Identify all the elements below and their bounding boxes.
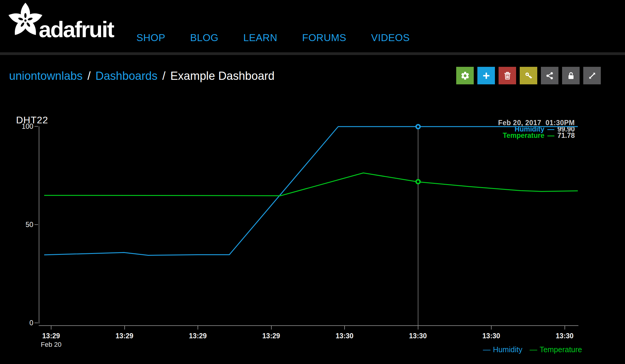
- crosshair-line: [418, 126, 418, 325]
- key-icon: [524, 71, 533, 80]
- nav-item-forums[interactable]: FORUMS: [302, 32, 346, 44]
- trash-icon: [503, 71, 512, 80]
- x-tick-mark: [51, 326, 51, 330]
- site-header: adafruit SHOP BLOG LEARN FORUMS VIDEOS: [0, 0, 625, 52]
- x-tick-label: 13:30: [323, 332, 366, 340]
- nav-item-blog[interactable]: BLOG: [190, 32, 219, 44]
- y-tick-mark: [34, 323, 38, 323]
- logo-wordmark: adafruit: [39, 20, 113, 39]
- settings-button[interactable]: [456, 67, 474, 84]
- x-tick-label: 13:29: [103, 332, 146, 340]
- expand-icon: [587, 71, 597, 80]
- legend-dash: —: [483, 345, 490, 354]
- legend-item-temperature: —Temperature: [530, 345, 582, 354]
- share-icon: [545, 71, 555, 80]
- nav-item-learn[interactable]: LEARN: [243, 32, 277, 44]
- chart-legend: —Humidity —Temperature: [483, 345, 582, 354]
- share-button[interactable]: [541, 67, 558, 84]
- x-tick-mark: [271, 326, 272, 330]
- humidity-line: [44, 127, 578, 255]
- nav-item-shop[interactable]: SHOP: [136, 32, 165, 44]
- legend-item-humidity: —Humidity: [483, 345, 522, 354]
- main-nav: SHOP BLOG LEARN FORUMS VIDEOS: [136, 32, 410, 44]
- breadcrumb-separator: /: [87, 70, 91, 82]
- y-tick-mark: [34, 126, 38, 127]
- breadcrumb-separator: /: [162, 70, 165, 82]
- x-tick-label: 13:29: [250, 332, 293, 340]
- temperature-point-marker: [415, 179, 421, 184]
- x-tick-mark: [418, 326, 418, 330]
- x-tick-mark: [344, 326, 345, 330]
- plus-icon: [482, 71, 491, 80]
- x-tick-sublabel: Feb 20: [30, 341, 72, 349]
- x-axis-line: [39, 325, 578, 326]
- privacy-button[interactable]: [562, 67, 580, 84]
- x-tick-label: 13:29: [177, 332, 219, 340]
- legend-label: Temperature: [540, 345, 582, 354]
- legend-dash: —: [530, 345, 537, 354]
- humidity-point-marker: [415, 124, 421, 129]
- x-tick-mark: [564, 326, 565, 330]
- series-lines: [39, 126, 578, 323]
- legend-label: Humidity: [493, 345, 522, 354]
- nav-item-videos[interactable]: VIDEOS: [371, 32, 410, 44]
- x-tick-mark: [198, 326, 198, 330]
- gear-icon: [460, 71, 470, 80]
- add-block-button[interactable]: [477, 67, 495, 84]
- y-tick-mark: [34, 224, 38, 225]
- delete-button[interactable]: [499, 67, 516, 84]
- page-title: Example Dashboard: [170, 70, 274, 82]
- keys-button[interactable]: [520, 67, 537, 84]
- x-tick-label: 13:30: [470, 332, 512, 340]
- breadcrumb-link-user[interactable]: uniontownlabs: [9, 70, 83, 82]
- y-tick-label: 50: [18, 221, 33, 229]
- x-tick-mark: [491, 326, 492, 330]
- x-tick-mark: [124, 326, 125, 330]
- x-tick-label: 13:29: [30, 332, 72, 340]
- breadcrumb: uniontownlabs/Dashboards/Example Dashboa…: [9, 70, 274, 83]
- plot-area[interactable]: Feb 20, 2017 01:30PM Humidity—99.90 Temp…: [39, 126, 578, 323]
- header-divider: [0, 52, 625, 55]
- x-tick-label: 13:30: [544, 332, 586, 340]
- y-tick-label: 100: [18, 122, 33, 131]
- lock-icon: [566, 71, 576, 80]
- temperature-line: [44, 173, 578, 196]
- adafruit-logo[interactable]: adafruit: [7, 2, 113, 39]
- x-tick-label: 13:30: [397, 332, 439, 340]
- breadcrumb-link-dashboards[interactable]: Dashboards: [96, 70, 158, 82]
- dashboard-toolbar: [456, 67, 601, 84]
- fullscreen-button[interactable]: [583, 67, 601, 84]
- y-tick-label: 0: [18, 319, 33, 327]
